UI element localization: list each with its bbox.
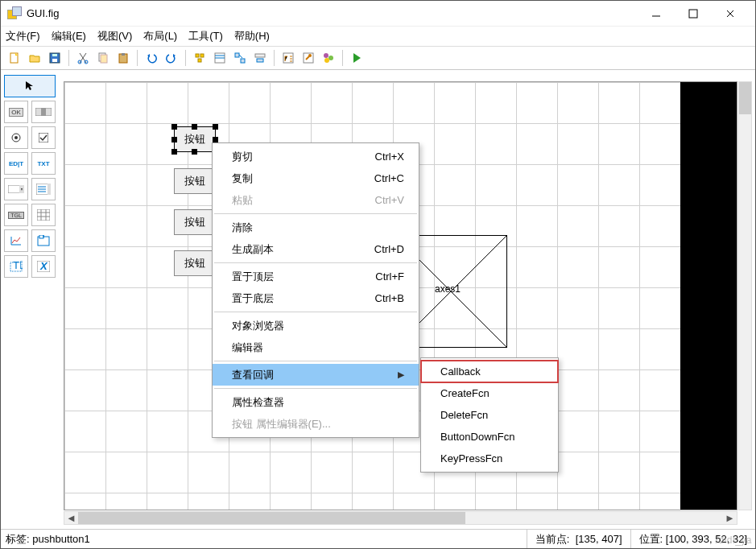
scroll-left-icon[interactable]: ◄ — [64, 512, 78, 524]
ctx-cut[interactable]: 剪切Ctrl+X — [213, 146, 419, 167]
ctx-bring-front[interactable]: 置于顶层Ctrl+F — [213, 266, 419, 287]
menu-view[interactable]: 视图(V) — [97, 29, 132, 43]
horizontal-scrollbar[interactable]: ◄ ► — [64, 511, 737, 525]
svg-point-29 — [324, 58, 329, 63]
selection-handle[interactable] — [171, 149, 177, 155]
menu-file[interactable]: 文件(F) — [6, 29, 40, 43]
palette-slider[interactable] — [31, 101, 56, 123]
ctx-view-callbacks[interactable]: 查看回调▶ — [213, 364, 419, 386]
palette-ok[interactable]: OK — [4, 101, 28, 123]
selection-handle[interactable] — [171, 124, 177, 130]
svg-rect-1 — [689, 10, 697, 18]
svg-rect-31 — [41, 108, 46, 116]
svg-point-26 — [308, 54, 312, 57]
selection-handle[interactable] — [192, 149, 197, 155]
submenu-buttondownfcn[interactable]: ButtonDownFcn — [421, 426, 558, 448]
palette-panel[interactable]: T — [31, 229, 56, 252]
ctx-editor[interactable]: 编辑器 — [213, 336, 419, 358]
palette-popup[interactable] — [4, 178, 28, 200]
palette-radio[interactable] — [4, 126, 28, 149]
submenu-deletefcn[interactable]: DeleteFcn — [421, 404, 558, 426]
svg-point-8 — [78, 60, 81, 64]
figure-pushbutton[interactable]: 按钮 — [174, 250, 216, 276]
menu-editor-icon[interactable] — [211, 49, 229, 67]
canvas-right-band — [680, 82, 737, 510]
palette-text[interactable]: TXT — [31, 152, 56, 175]
ctx-send-back[interactable]: 置于底层Ctrl+B — [213, 287, 419, 309]
property-inspector-icon[interactable] — [300, 49, 317, 67]
status-pos-label: 位置: — [639, 532, 663, 547]
palette-buttongroup[interactable]: T☐ — [4, 255, 28, 278]
ctx-separator — [214, 361, 417, 361]
svg-text:T☐: T☐ — [13, 261, 23, 271]
palette-toggle[interactable]: TGL — [4, 204, 28, 226]
figure-pushbutton[interactable]: 按钮 — [174, 168, 216, 194]
submenu-keypressfcn[interactable]: KeyPressFcn — [421, 448, 558, 469]
save-icon[interactable] — [46, 49, 64, 67]
figure-btn-label: 按钮 — [184, 133, 205, 145]
scroll-right-icon[interactable]: ► — [723, 512, 737, 524]
new-icon[interactable] — [6, 49, 23, 67]
svg-rect-16 — [198, 59, 201, 62]
tab-order-icon[interactable] — [231, 49, 249, 67]
selection-handle[interactable] — [192, 124, 197, 130]
toolbar — [1, 46, 755, 70]
svg-rect-20 — [235, 53, 239, 57]
toolbar-separator — [274, 50, 275, 66]
palette-edit[interactable]: ED|T — [4, 152, 28, 175]
maximize-button[interactable] — [675, 2, 712, 26]
menubar: 文件(F) 编辑(E) 视图(V) 布局(L) 工具(T) 帮助(H) — [1, 27, 755, 46]
palette-listbox[interactable] — [31, 178, 56, 200]
copy-icon[interactable] — [94, 49, 112, 67]
vertical-scrollbar[interactable] — [738, 81, 752, 510]
minimize-button[interactable] — [638, 2, 675, 26]
submenu-createfcn[interactable]: CreateFcn — [421, 382, 558, 404]
selection-handle[interactable] — [213, 137, 218, 142]
close-button[interactable] — [712, 2, 749, 26]
selection-handle[interactable] — [213, 124, 218, 130]
ctx-separator — [214, 262, 417, 263]
menu-tools[interactable]: 工具(T) — [188, 29, 223, 43]
mfile-editor-icon[interactable] — [279, 49, 297, 67]
palette-activex[interactable]: X — [31, 255, 56, 278]
scroll-thumb[interactable] — [78, 512, 465, 524]
redo-icon[interactable] — [163, 49, 180, 67]
figure-btn-label: 按钮 — [184, 175, 205, 187]
palette-axes[interactable] — [4, 229, 28, 252]
figure-pushbutton[interactable]: 按钮 — [174, 209, 216, 235]
palette-table[interactable] — [31, 204, 56, 226]
toolbar-separator — [185, 50, 186, 66]
paste-icon[interactable] — [114, 49, 132, 67]
submenu-callback[interactable]: Callback — [421, 361, 558, 382]
undo-icon[interactable] — [143, 49, 160, 67]
window-controls — [638, 2, 749, 26]
open-icon[interactable] — [26, 49, 43, 67]
menu-layout[interactable]: 布局(L) — [143, 29, 177, 43]
cut-icon[interactable] — [74, 49, 92, 67]
svg-rect-6 — [52, 59, 57, 62]
submenu-arrow-icon: ▶ — [398, 369, 404, 380]
ctx-clear[interactable]: 清除 — [213, 217, 419, 238]
toolbar-separator — [137, 50, 138, 66]
selection-handle[interactable] — [171, 137, 177, 142]
statusbar: 标签: pushbutton1 当前点: [135, 407] 位置: [100… — [1, 529, 755, 548]
ctx-duplicate[interactable]: 生成副本Ctrl+D — [213, 238, 419, 260]
align-icon[interactable] — [191, 49, 209, 67]
object-browser-icon[interactable] — [320, 49, 337, 67]
ctx-property-inspector[interactable]: 属性检查器 — [213, 391, 419, 413]
ctx-object-browser[interactable]: 对象浏览器 — [213, 315, 419, 336]
run-icon[interactable] — [348, 49, 366, 67]
toolbar-editor-icon[interactable] — [251, 49, 269, 67]
svg-rect-15 — [200, 54, 204, 57]
figure-btn-label: 按钮 — [184, 257, 205, 269]
menu-help[interactable]: 帮助(H) — [234, 29, 270, 43]
scroll-thumb[interactable] — [739, 82, 751, 114]
ctx-copy[interactable]: 复制Ctrl+C — [213, 167, 419, 189]
toolbar-separator — [342, 50, 343, 66]
figure-btn-label: 按钮 — [184, 216, 205, 228]
ctx-property-editor: 按钮 属性编辑器(E)... — [213, 413, 419, 435]
menu-edit[interactable]: 编辑(E) — [52, 29, 86, 43]
palette-select[interactable] — [4, 75, 56, 97]
scroll-track[interactable] — [78, 512, 723, 524]
palette-checkbox[interactable] — [31, 126, 56, 149]
